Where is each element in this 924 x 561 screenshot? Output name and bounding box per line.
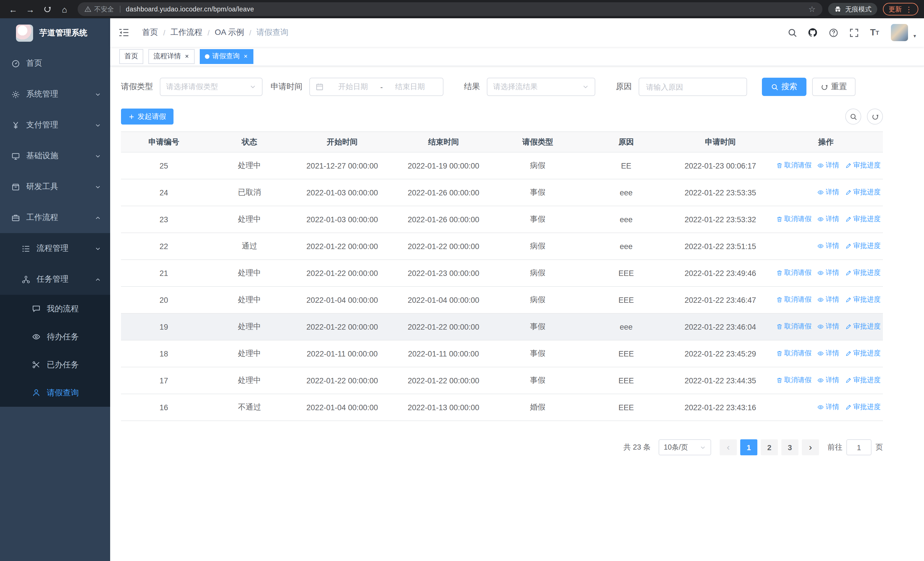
header-search-button[interactable] xyxy=(784,23,801,42)
page-button-3[interactable]: 3 xyxy=(782,439,798,455)
security-status[interactable]: 不安全 xyxy=(84,5,114,14)
sidebar-item-3[interactable]: 基础设施 xyxy=(0,141,110,171)
approval-progress-link[interactable]: 审批进度 xyxy=(845,322,880,332)
bookmark-star-icon[interactable]: ☆ xyxy=(808,5,816,14)
column-header-6[interactable]: 申请时间 xyxy=(672,132,769,152)
table-row-21[interactable]: 21处理中2022-01-22 00:00:002022-01-23 00:00… xyxy=(121,260,883,286)
cancel-leave-link[interactable]: 取消请假 xyxy=(776,215,812,224)
detail-link[interactable]: 详情 xyxy=(817,161,839,170)
cancel-leave-link[interactable]: 取消请假 xyxy=(776,376,812,385)
refresh-table-button[interactable] xyxy=(867,108,883,125)
breadcrumb-home[interactable]: 首页 xyxy=(142,27,158,38)
column-header-4[interactable]: 请假类型 xyxy=(495,132,580,152)
sidebar-item-9[interactable]: 待办任务 xyxy=(0,323,110,351)
table-row-23[interactable]: 23处理中2022-01-03 00:00:002022-01-26 00:00… xyxy=(121,206,883,233)
address-bar[interactable]: 不安全 dashboard.yudao.iocoder.cn/bpm/oa/le… xyxy=(78,2,822,16)
column-header-2[interactable]: 开始时间 xyxy=(292,132,392,152)
table-row-20[interactable]: 20处理中2022-01-04 00:00:002022-01-04 00:00… xyxy=(121,286,883,313)
table-row-16[interactable]: 16不通过2022-01-04 00:00:002022-01-13 00:00… xyxy=(121,394,883,421)
column-header-0[interactable]: 申请编号 xyxy=(121,132,207,152)
detail-link[interactable]: 详情 xyxy=(817,241,839,251)
close-icon[interactable] xyxy=(184,54,189,59)
page-size-select[interactable]: 10条/页 xyxy=(658,439,711,455)
column-header-1[interactable]: 状态 xyxy=(207,132,292,152)
approval-progress-link[interactable]: 审批进度 xyxy=(845,188,880,197)
table-row-25[interactable]: 25处理中2021-12-27 00:00:002022-01-19 00:00… xyxy=(121,152,883,179)
column-header-5[interactable]: 原因 xyxy=(580,132,672,152)
detail-link[interactable]: 详情 xyxy=(817,376,839,385)
sidebar-item-4[interactable]: 研发工具 xyxy=(0,171,110,202)
app-logo[interactable]: 芋道管理系统 xyxy=(0,18,110,48)
breadcrumb-workflow[interactable]: 工作流程 xyxy=(170,27,202,38)
column-header-3[interactable]: 结束时间 xyxy=(392,132,495,152)
browser-menu-update-button[interactable]: 更新 ⋮ xyxy=(883,3,918,15)
tab-2[interactable]: 请假查询 xyxy=(200,49,254,64)
approval-progress-link[interactable]: 审批进度 xyxy=(845,161,880,170)
approval-progress-link[interactable]: 审批进度 xyxy=(845,241,880,251)
fullscreen-button[interactable] xyxy=(846,23,862,42)
sidebar-item-11[interactable]: 请假查询 xyxy=(0,379,110,407)
toggle-search-button[interactable] xyxy=(845,108,861,125)
sidebar-item-2[interactable]: 支付管理 xyxy=(0,110,110,141)
reset-button[interactable]: 重置 xyxy=(812,78,855,96)
help-button[interactable] xyxy=(825,23,842,42)
result-select[interactable]: 请选择流结果 xyxy=(487,78,595,96)
approval-progress-link[interactable]: 审批进度 xyxy=(845,268,880,278)
detail-link[interactable]: 详情 xyxy=(817,295,839,305)
page-button-1[interactable]: 1 xyxy=(740,439,758,455)
user-avatar[interactable] xyxy=(891,24,908,41)
cancel-leave-link[interactable]: 取消请假 xyxy=(776,295,812,305)
search-button[interactable]: 搜索 xyxy=(762,78,806,96)
sidebar-item-10[interactable]: 已办任务 xyxy=(0,351,110,379)
detail-link[interactable]: 详情 xyxy=(817,215,839,224)
detail-link[interactable]: 详情 xyxy=(817,403,839,412)
sidebar-item-7[interactable]: 任务管理 xyxy=(0,264,110,295)
goto-page-input[interactable] xyxy=(846,439,872,455)
breadcrumb-oa-example[interactable]: OA 示例 xyxy=(215,27,244,38)
sidebar-item-5[interactable]: 工作流程 xyxy=(0,202,110,233)
page-button-2[interactable]: 2 xyxy=(761,439,778,455)
detail-link[interactable]: 详情 xyxy=(817,349,839,358)
prev-page-button[interactable]: ‹ xyxy=(720,439,737,455)
approval-progress-link[interactable]: 审批进度 xyxy=(845,376,880,385)
sidebar-item-1[interactable]: 系统管理 xyxy=(0,79,110,110)
table-row-18[interactable]: 18处理中2022-01-11 00:00:002022-01-11 00:00… xyxy=(121,340,883,367)
tab-0[interactable]: 首页 xyxy=(119,49,143,64)
cancel-leave-link[interactable]: 取消请假 xyxy=(776,349,812,358)
eye-icon xyxy=(817,216,824,223)
column-header-7[interactable]: 操作 xyxy=(769,132,883,152)
reload-button[interactable] xyxy=(40,2,55,17)
approval-progress-link[interactable]: 审批进度 xyxy=(845,349,880,358)
sidebar-item-6[interactable]: 流程管理 xyxy=(0,233,110,264)
create-leave-button[interactable]: 发起请假 xyxy=(121,108,174,125)
chevron-down-icon[interactable]: ▾ xyxy=(914,33,916,39)
goto-suffix: 页 xyxy=(876,442,883,453)
github-button[interactable] xyxy=(804,23,822,42)
approval-progress-link[interactable]: 审批进度 xyxy=(845,295,880,305)
reason-input[interactable] xyxy=(639,78,747,96)
close-icon[interactable] xyxy=(243,54,248,59)
table-row-24[interactable]: 24已取消2022-01-03 00:00:002022-01-26 00:00… xyxy=(121,179,883,206)
font-size-button[interactable]: TT xyxy=(866,23,883,42)
leave-type-select[interactable]: 请选择请假类型 xyxy=(160,78,262,96)
forward-button[interactable]: → xyxy=(23,2,38,17)
next-page-button[interactable]: › xyxy=(802,439,819,455)
detail-link[interactable]: 详情 xyxy=(817,322,839,332)
cancel-leave-link[interactable]: 取消请假 xyxy=(776,161,812,170)
sidebar-item-0[interactable]: 首页 xyxy=(0,48,110,79)
approval-progress-link[interactable]: 审批进度 xyxy=(845,215,880,224)
approval-progress-link[interactable]: 审批进度 xyxy=(845,403,880,412)
detail-link[interactable]: 详情 xyxy=(817,268,839,278)
back-button[interactable]: ← xyxy=(6,2,21,17)
table-row-17[interactable]: 17处理中2022-01-22 00:00:002022-01-22 00:00… xyxy=(121,367,883,394)
sidebar-collapse-button[interactable] xyxy=(110,18,138,47)
table-row-22[interactable]: 22通过2022-01-22 00:00:002022-01-22 00:00:… xyxy=(121,233,883,260)
detail-link[interactable]: 详情 xyxy=(817,188,839,197)
cancel-leave-link[interactable]: 取消请假 xyxy=(776,322,812,332)
sidebar-item-8[interactable]: 我的流程 xyxy=(0,295,110,323)
table-row-19[interactable]: 19处理中2022-01-22 00:00:002022-01-22 00:00… xyxy=(121,313,883,340)
apply-time-range-picker[interactable]: 开始日期 - 结束日期 xyxy=(309,78,444,96)
tab-1[interactable]: 流程详情 xyxy=(148,49,195,64)
home-button[interactable]: ⌂ xyxy=(57,2,72,17)
cancel-leave-link[interactable]: 取消请假 xyxy=(776,268,812,278)
